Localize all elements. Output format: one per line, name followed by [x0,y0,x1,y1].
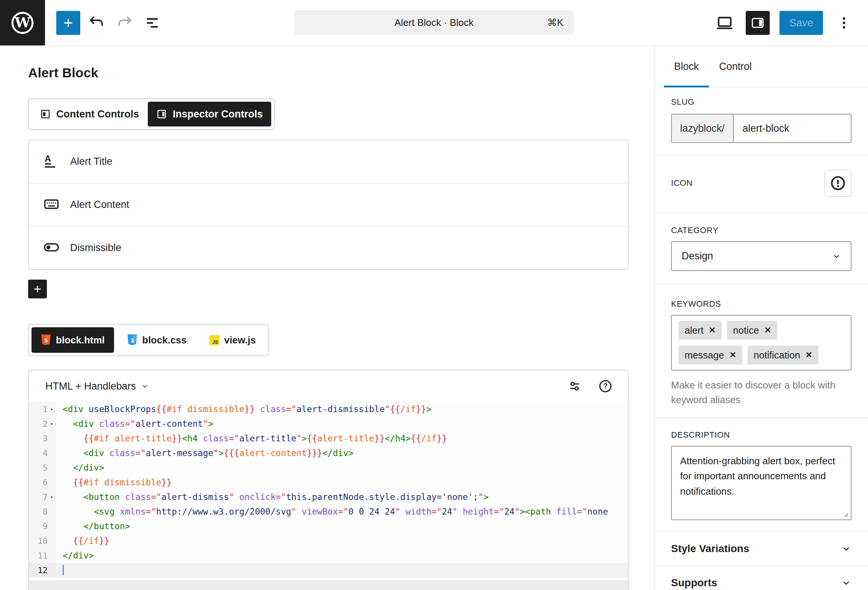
list-view-icon [143,14,162,32]
category-label: CATEGORY [671,226,851,235]
code-line[interactable]: 9 </button> [29,519,628,534]
save-button[interactable]: Save [779,11,823,35]
undo-button[interactable] [86,12,108,34]
chevron-down-icon [841,578,851,588]
category-select[interactable]: Design [671,241,851,271]
keyword-tag: message✕ [679,346,742,364]
code-line-content[interactable]: </button> [56,519,628,534]
code-line-content[interactable]: <div class="alert-content"> [56,417,628,431]
code-line-content[interactable]: </div> [56,461,628,475]
js-icon: JS [209,335,219,345]
keywords-help-text: Make it easier to discover a block with … [671,378,851,407]
editor-help-button[interactable]: ? [597,378,614,394]
css3-icon: 3 [127,334,137,346]
code-editor-panel: HTML + Handlebars [28,370,629,590]
line-number: 7▾ [29,490,56,504]
code-line[interactable]: 2▾ <div class="alert-content"> [29,417,628,431]
slug-input[interactable]: alert-block [734,114,851,142]
svg-text:5: 5 [44,337,47,343]
preview-button[interactable] [713,12,736,34]
style-variations-accordion[interactable]: Style Variations [671,532,851,566]
slug-input-group: lazyblock/ alert-block [671,114,851,143]
code-line-content[interactable]: {{#if dismissible}} [56,475,628,490]
sidebar-toggle-button[interactable] [746,11,770,35]
alert-circle-icon [830,175,846,191]
code-line-content[interactable]: </div> [56,548,628,563]
undo-icon [88,14,106,32]
code-line[interactable]: 7▾ <button class="alert-dismiss" onclick… [29,490,628,504]
tab-control[interactable]: Control [709,46,762,87]
toolbar-right-group: Save [713,11,868,35]
description-textarea[interactable]: Attention-grabbing alert box, perfect fo… [671,446,851,520]
tab-content-controls[interactable]: Content Controls [32,102,147,126]
resize-handle-icon[interactable] [842,511,849,518]
fold-arrow-icon[interactable]: ▾ [48,490,56,504]
remove-keyword-icon[interactable]: ✕ [709,326,716,334]
keyword-tag: alert✕ [679,321,722,340]
chevron-down-icon [841,543,851,554]
tab-inspector-controls[interactable]: Inspector Controls [148,102,271,126]
code-file-tabs: 5block.html3block.cssJSview.js [28,324,269,356]
code-line[interactable]: 3 {{#if alert-title}}<h4 class="alert-ti… [29,431,628,446]
description-section: DESCRIPTION Attention-grabbing alert box… [671,418,851,531]
code-line-content[interactable]: {{#if alert-title}}<h4 class="alert-titl… [56,431,628,446]
keywords-label: KEYWORDS [671,299,851,309]
page-title: Alert Block [28,65,629,80]
code-line[interactable]: 1▾<div useBlockProps{{#if dismissible}} … [29,402,628,417]
code-line-content[interactable]: {{/if}} [56,534,628,548]
help-icon: ? [598,379,613,393]
line-number: 9 [29,519,56,534]
options-menu-button[interactable] [833,12,855,34]
code-line-content[interactable] [56,563,628,578]
line-number: 3 [29,431,56,446]
remove-keyword-icon[interactable]: ✕ [764,326,771,334]
settings-sidebar: Block Control SLUG lazyblock/ alert-bloc… [655,46,868,590]
code-line[interactable]: 8 <svg xmlns="http://www.w3.org/2000/svg… [29,504,628,519]
supports-accordion[interactable]: Supports [671,566,851,590]
keyword-tag: notice✕ [727,321,777,340]
control-item[interactable]: Dismissible [29,226,628,269]
editor-settings-button[interactable] [566,378,583,394]
code-line[interactable]: 4 <div class="alert-message">{{{alert-co… [29,446,628,461]
editor-mode-dropdown[interactable]: HTML + Handlebars [43,380,151,393]
icon-picker-button[interactable] [824,170,851,197]
remove-keyword-icon[interactable]: ✕ [730,351,736,359]
code-line-content[interactable]: <div useBlockProps{{#if dismissible}} cl… [56,402,628,417]
code-line-content[interactable]: <button class="alert-dismiss" onclick="t… [56,490,628,504]
keyword-tag-label: alert [685,325,704,336]
code-line[interactable]: 11</div> [29,548,628,563]
command-bar[interactable]: Alert Block · Block ⌘K [294,11,574,35]
code-line[interactable]: 6 {{#if dismissible}} [29,475,628,490]
line-number: 4 [29,446,56,461]
control-item-label: Alert Title [70,156,113,167]
wordpress-logo-button[interactable]: W [0,0,45,45]
block-inserter-button[interactable] [56,11,80,35]
tab-block[interactable]: Block [664,46,709,87]
fold-arrow-icon[interactable]: ▾ [48,417,56,431]
slug-section: SLUG lazyblock/ alert-block [671,87,851,155]
control-item[interactable]: AAlert Title [29,140,628,183]
fold-arrow-icon[interactable]: ▾ [48,402,56,417]
horizontal-scrollbar[interactable] [29,581,628,590]
html5-icon: 5 [41,334,51,346]
control-item[interactable]: Alert Content [29,183,628,226]
code-line[interactable]: 12 [29,563,628,578]
file-tab-block-css[interactable]: 3block.css [118,327,196,353]
code-line-content[interactable]: <svg xmlns="http://www.w3.org/2000/svg" … [56,504,628,519]
keywords-input[interactable]: alert✕notice✕message✕notification✕ [671,315,851,370]
code-line[interactable]: 10 {{/if}} [29,534,628,548]
sliders-icon [568,379,581,393]
code-line[interactable]: 5 </div> [29,461,628,475]
file-tab-view-js[interactable]: JSview.js [200,327,265,353]
code-editor[interactable]: 1▾<div useBlockProps{{#if dismissible}} … [29,402,628,578]
list-view-button[interactable] [141,12,164,34]
file-tab-block-html[interactable]: 5block.html [32,327,114,353]
add-control-button[interactable] [28,280,47,298]
sidebar-panel-icon [750,15,765,30]
line-number: 8 [29,504,56,519]
redo-button[interactable] [113,12,136,34]
remove-keyword-icon[interactable]: ✕ [805,351,812,359]
textarea-control-icon [43,196,60,214]
code-line-content[interactable]: <div class="alert-message">{{{alert-cont… [56,446,628,461]
line-number: 12 [29,563,56,578]
